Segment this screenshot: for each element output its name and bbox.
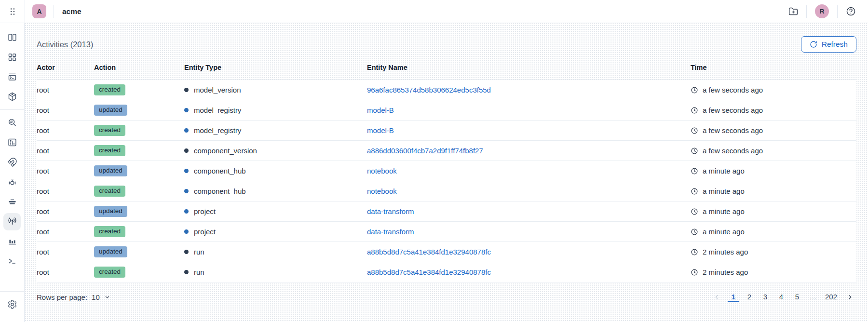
clock-icon — [691, 268, 698, 276]
chevron-right-icon — [846, 294, 854, 301]
entity-name-link[interactable]: data-transform — [367, 228, 414, 236]
clock-icon — [691, 248, 698, 256]
sidebar-item-pipeline[interactable] — [3, 174, 21, 191]
sidebar-item-activities[interactable] — [3, 213, 21, 230]
console-window-icon — [7, 72, 17, 82]
entity-type-value: run — [194, 248, 204, 256]
entity-name-link[interactable]: model-B — [367, 106, 394, 114]
time-value: a minute ago — [703, 207, 745, 215]
clock-icon — [691, 86, 698, 94]
page-number-202[interactable]: 202 — [823, 292, 839, 302]
gear-icon — [7, 299, 17, 309]
clock-icon — [691, 107, 698, 114]
previous-page-button[interactable] — [710, 293, 723, 302]
clock-icon — [691, 147, 698, 155]
entity-type-value: project — [194, 228, 216, 236]
action-badge: updated — [94, 206, 127, 217]
help-button[interactable] — [838, 6, 864, 16]
sidebar — [0, 23, 25, 322]
table-body: root created model_version 96a6fac865374… — [37, 80, 856, 282]
sidebar-item-streams[interactable] — [3, 193, 21, 211]
page-number-3[interactable]: 3 — [760, 292, 771, 302]
sidebar-item-reports[interactable] — [3, 233, 21, 250]
refresh-button[interactable]: Refresh — [801, 36, 856, 53]
table-row: root updated project data-transform a mi… — [37, 201, 856, 222]
page-number-5[interactable]: 5 — [791, 292, 803, 302]
actor-value: root — [37, 228, 94, 236]
chart-board-icon — [7, 137, 17, 148]
sidebar-item-terminal[interactable] — [3, 253, 21, 270]
actor-value: root — [37, 167, 94, 175]
entity-name-link[interactable]: a886dd03600f4cb7a2d9f1ff74fb8f27 — [367, 147, 483, 155]
entity-type-dot — [184, 250, 189, 254]
search-insights-icon — [7, 118, 17, 128]
rows-per-page-select[interactable]: Rows per page: 10 — [37, 293, 110, 301]
action-badge: updated — [94, 105, 127, 116]
user-avatar[interactable]: R — [815, 4, 829, 18]
action-badge: created — [94, 125, 125, 136]
next-page-button[interactable] — [843, 293, 856, 302]
column-header-entity-name: Entity Name — [367, 64, 691, 71]
sidebar-item-package[interactable] — [3, 88, 21, 106]
org-name: acme — [62, 7, 81, 16]
sidebar-divider — [0, 109, 24, 110]
actor-value: root — [37, 248, 94, 256]
time-value: 2 minutes ago — [703, 268, 748, 276]
action-badge: updated — [94, 246, 127, 258]
entity-name-link[interactable]: data-transform — [367, 207, 414, 215]
sidebar-bottom — [0, 288, 24, 322]
entity-type-dot — [184, 108, 189, 112]
divider — [25, 0, 25, 23]
action-badge: created — [94, 145, 125, 157]
chevron-down-icon — [104, 294, 110, 300]
entity-name-link[interactable]: a88b5d8d7c5a41e384fd1e32940878fc — [367, 268, 491, 276]
page-number-1[interactable]: 1 — [728, 292, 739, 302]
page-number-2[interactable]: 2 — [744, 292, 755, 302]
table-footer: Rows per page: 10 12345…202 — [37, 282, 856, 311]
clock-icon — [691, 167, 698, 175]
magnet-icon — [7, 157, 17, 167]
entity-type-value: model_registry — [194, 106, 241, 114]
actor-value: root — [37, 207, 94, 215]
sidebar-item-charts[interactable] — [3, 134, 21, 151]
chevron-left-icon — [713, 294, 720, 301]
app-switcher-button[interactable] — [0, 0, 25, 23]
folder-plus-icon — [788, 7, 798, 16]
column-header-actor: Actor — [37, 64, 94, 71]
new-project-button[interactable] — [780, 7, 806, 16]
actor-value: root — [37, 106, 94, 114]
time-value: a few seconds ago — [703, 126, 763, 134]
action-badge: created — [94, 84, 125, 96]
entity-type-value: model_registry — [194, 126, 241, 134]
entity-name-link[interactable]: 96a6fac865374d58b306624ed5c3f55d — [367, 86, 491, 94]
entity-name-link[interactable]: a88b5d8d7c5a41e384fd1e32940878fc — [367, 248, 491, 256]
entity-name-link[interactable]: notebook — [367, 187, 397, 195]
page-number-4[interactable]: 4 — [775, 292, 787, 302]
time-value: a minute ago — [703, 228, 745, 236]
action-badge: updated — [94, 165, 127, 177]
time-value: a minute ago — [703, 187, 745, 195]
panels-icon — [7, 32, 17, 42]
actor-value: root — [37, 268, 94, 276]
entity-type-dot — [184, 229, 189, 234]
entity-type-dot — [184, 189, 189, 193]
sidebar-item-search-insights[interactable] — [3, 114, 21, 132]
pagination: 12345…202 — [710, 292, 856, 302]
action-badge: created — [94, 226, 125, 238]
table-row: root created model_registry model-B a fe… — [37, 121, 856, 141]
time-value: 2 minutes ago — [703, 248, 748, 256]
entity-name-link[interactable]: notebook — [367, 167, 397, 175]
page-title: Activities (2013) — [37, 40, 93, 49]
page-ellipsis: … — [807, 292, 819, 302]
sidebar-item-settings[interactable] — [3, 296, 21, 313]
time-value: a few seconds ago — [703, 86, 763, 94]
action-badge: created — [94, 186, 125, 197]
sidebar-item-panels[interactable] — [3, 29, 21, 46]
entity-name-link[interactable]: model-B — [367, 126, 394, 134]
activities-table: Actor Action Entity Type Entity Name Tim… — [37, 55, 856, 282]
org-avatar[interactable]: A — [32, 4, 46, 18]
sidebar-item-dashboard[interactable] — [3, 49, 21, 66]
sidebar-item-magnet[interactable] — [3, 154, 21, 171]
clock-icon — [691, 208, 698, 215]
sidebar-item-console[interactable] — [3, 68, 21, 86]
